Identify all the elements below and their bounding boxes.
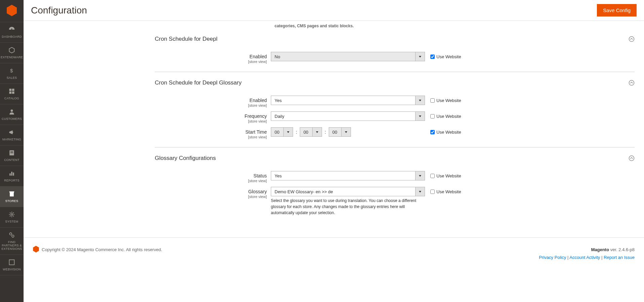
enabled-select: No bbox=[271, 52, 425, 61]
section-header-glossary-config[interactable]: Glossary Configurations bbox=[155, 147, 635, 169]
svg-point-12 bbox=[11, 214, 13, 215]
dropdown-arrow-icon bbox=[283, 128, 293, 136]
page-header: Configuration Save Config bbox=[24, 0, 644, 21]
copyright-text: Copyright © 2024 Magento Commerce Inc. A… bbox=[42, 247, 162, 252]
sidebar-item-label: DASHBOARD bbox=[2, 35, 22, 38]
section-title: Cron Schedule for Deepl bbox=[155, 36, 217, 42]
sidebar-item-system[interactable]: SYSTEM bbox=[0, 207, 24, 228]
chevron-up-icon bbox=[629, 80, 635, 86]
sidebar-item-reports[interactable]: REPORTS bbox=[0, 166, 24, 187]
magento-label: Magento bbox=[591, 247, 609, 252]
section-title: Cron Schedule for Deepl Glossary bbox=[155, 79, 242, 86]
dropdown-arrow-icon bbox=[341, 128, 351, 136]
svg-text:$: $ bbox=[10, 68, 13, 73]
chevron-up-icon bbox=[629, 155, 635, 161]
page-title: Configuration bbox=[31, 5, 87, 16]
magento-logo[interactable] bbox=[0, 0, 24, 22]
account-activity-link[interactable]: Account Activity bbox=[570, 255, 600, 260]
sidebar-item-label: MARKETING bbox=[2, 138, 21, 141]
use-website-label: Use Website bbox=[436, 173, 461, 178]
sidebar-item-find-partners[interactable]: FIND PARTNERS & EXTENSIONS bbox=[0, 228, 24, 255]
section-header-cron-deepl[interactable]: Cron Schedule for Deepl bbox=[155, 28, 635, 50]
section-header-cron-glossary[interactable]: Cron Schedule for Deepl Glossary bbox=[155, 72, 635, 94]
sidebar-item-label: SYSTEM bbox=[5, 220, 19, 223]
use-website-checkbox[interactable] bbox=[430, 55, 435, 59]
time-separator: : bbox=[325, 129, 326, 135]
field-label-status: Status [store view] bbox=[155, 171, 271, 183]
use-website-checkbox[interactable] bbox=[430, 114, 435, 119]
dropdown-arrow-icon bbox=[415, 96, 425, 105]
sidebar-item-label: EXTENDWARE bbox=[1, 56, 23, 59]
dollar-icon: $ bbox=[8, 67, 15, 75]
bar-chart-icon bbox=[8, 170, 15, 177]
svg-point-13 bbox=[9, 233, 12, 235]
use-website-checkbox[interactable] bbox=[430, 130, 435, 134]
sidebar-item-label: FIND PARTNERS & EXTENSIONS bbox=[1, 240, 22, 250]
chevron-up-icon bbox=[629, 36, 635, 42]
page-footer: Copyright © 2024 Magento Commerce Inc. A… bbox=[24, 237, 644, 270]
svg-point-18 bbox=[629, 156, 634, 161]
use-website-checkbox[interactable] bbox=[430, 190, 435, 194]
gear-icon bbox=[8, 211, 15, 219]
blank-icon bbox=[8, 259, 15, 266]
use-website-label: Use Website bbox=[436, 130, 461, 135]
use-website-label: Use Website bbox=[436, 98, 461, 103]
svg-rect-8 bbox=[10, 153, 13, 153]
section-cron-glossary: Cron Schedule for Deepl Glossary Enabled… bbox=[155, 72, 635, 147]
use-website-checkbox[interactable] bbox=[430, 98, 435, 103]
svg-rect-4 bbox=[12, 92, 14, 94]
sidebar-item-label: CUSTOMERS bbox=[2, 117, 22, 121]
sidebar-item-customers[interactable]: CUSTOMERS bbox=[0, 104, 24, 125]
sidebar-item-label: SALES bbox=[7, 76, 17, 79]
field-label-enabled: Enabled [store view] bbox=[155, 96, 271, 107]
dashboard-icon bbox=[8, 26, 15, 34]
status-select[interactable]: Yes bbox=[271, 171, 425, 180]
sidebar-item-webvision[interactable]: WEBVISION bbox=[0, 255, 24, 270]
sidebar-item-label: STORES bbox=[5, 199, 19, 203]
version-text: ver. 2.4.6-p8 bbox=[609, 247, 635, 252]
section-title: Glossary Configurations bbox=[155, 155, 216, 162]
section-glossary-config: Glossary Configurations Status [store vi… bbox=[155, 147, 635, 224]
svg-rect-10 bbox=[11, 172, 12, 176]
sidebar-item-extendware[interactable]: EXTENDWARE bbox=[0, 43, 24, 63]
field-label-start-time: Start Time [store view] bbox=[155, 127, 271, 139]
magento-logo-icon bbox=[33, 246, 39, 254]
sidebar-item-marketing[interactable]: MARKETING bbox=[0, 125, 24, 145]
svg-rect-11 bbox=[13, 173, 14, 176]
glossary-select[interactable]: Demo EW Glossary- en >> de bbox=[271, 187, 425, 196]
dropdown-arrow-icon bbox=[415, 52, 425, 61]
sidebar-item-stores[interactable]: STORES bbox=[0, 187, 24, 207]
use-website-checkbox[interactable] bbox=[430, 174, 435, 178]
document-icon bbox=[8, 149, 15, 157]
sidebar-item-sales[interactable]: $SALES bbox=[0, 63, 24, 84]
sidebar-item-label: WEBVISION bbox=[3, 268, 21, 270]
svg-point-5 bbox=[11, 109, 13, 112]
enabled-select[interactable]: Yes bbox=[271, 96, 425, 105]
sidebar-item-catalog[interactable]: CATALOG bbox=[0, 84, 24, 104]
svg-rect-2 bbox=[12, 89, 14, 91]
svg-rect-15 bbox=[9, 260, 14, 265]
sidebar-item-dashboard[interactable]: DASHBOARD bbox=[0, 22, 24, 43]
use-website-label: Use Website bbox=[436, 114, 461, 119]
start-time-hour-select: 00 bbox=[271, 127, 293, 137]
time-separator: : bbox=[296, 129, 297, 135]
frequency-select[interactable]: Daily bbox=[271, 111, 425, 121]
grid-icon bbox=[8, 88, 15, 95]
bullhorn-icon bbox=[8, 129, 15, 136]
dropdown-arrow-icon bbox=[312, 128, 322, 136]
report-issue-link[interactable]: Report an Issue bbox=[604, 255, 635, 260]
top-note-fragment: categories, CMS pages and static blocks. bbox=[155, 21, 635, 28]
sidebar-item-label: REPORTS bbox=[4, 179, 19, 182]
glossary-note: Select the glossary you want to use duri… bbox=[271, 198, 425, 216]
svg-point-16 bbox=[629, 37, 634, 42]
field-label-frequency: Frequency [store view] bbox=[155, 111, 271, 123]
use-website-label: Use Website bbox=[436, 54, 461, 59]
dropdown-arrow-icon bbox=[415, 171, 425, 180]
field-label-enabled: Enabled [store view] bbox=[155, 52, 271, 64]
dropdown-arrow-icon bbox=[415, 187, 425, 196]
save-config-button[interactable]: Save Config bbox=[597, 4, 637, 16]
sidebar-item-label: CATALOG bbox=[4, 97, 19, 100]
privacy-policy-link[interactable]: Privacy Policy bbox=[539, 255, 566, 260]
person-icon bbox=[8, 108, 15, 116]
sidebar-item-content[interactable]: CONTENT bbox=[0, 145, 24, 166]
